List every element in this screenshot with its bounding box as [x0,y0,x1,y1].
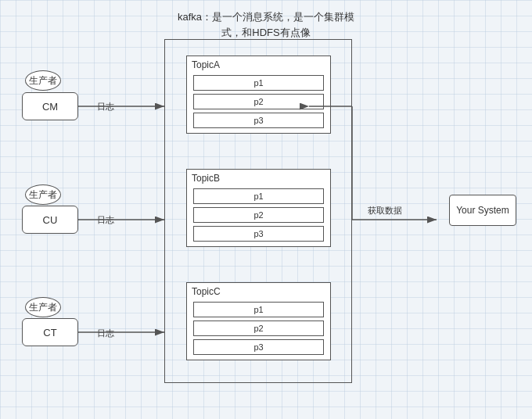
topic-b-label: TopicB [187,170,330,185]
topic-b-p1: p1 [193,188,324,204]
topic-b-p3: p3 [193,226,324,242]
topic-a-p2: p2 [193,94,324,109]
kafka-container: TopicA p1 p2 p3 TopicB p1 p2 p3 TopicC p… [164,39,352,383]
producer-1-bubble: 生产者 [25,70,61,91]
topic-c-p3: p3 [193,339,324,355]
producer-3-bubble: 生产者 [25,297,61,317]
topic-c-p1: p1 [193,302,324,317]
producer-2-box: CU [22,206,78,234]
arrow-label-cm: 日志 [97,101,114,113]
topic-c-box: TopicC p1 p2 p3 [186,282,331,360]
topic-a-label: TopicA [187,56,330,72]
topic-b-p2: p2 [193,207,324,223]
topic-a-p1: p1 [193,75,324,91]
producer-2-bubble: 生产者 [25,184,61,205]
topic-a-box: TopicA p1 p2 p3 [186,56,331,134]
topic-b-box: TopicB p1 p2 p3 [186,169,331,247]
producer-1-box: CM [22,92,78,120]
fetch-data-label: 获取数据 [368,205,402,217]
producer-3-box: CT [22,318,78,346]
arrow-label-cu: 日志 [97,214,114,226]
page-title: kafka：是一个消息系统，是一个集群模 式，和HDFS有点像 [178,9,354,40]
arrow-label-ct: 日志 [97,328,114,339]
topic-c-label: TopicC [187,283,330,299]
topic-a-p3: p3 [193,113,324,128]
your-system-box: Your System [449,195,516,226]
topic-c-p2: p2 [193,321,324,336]
